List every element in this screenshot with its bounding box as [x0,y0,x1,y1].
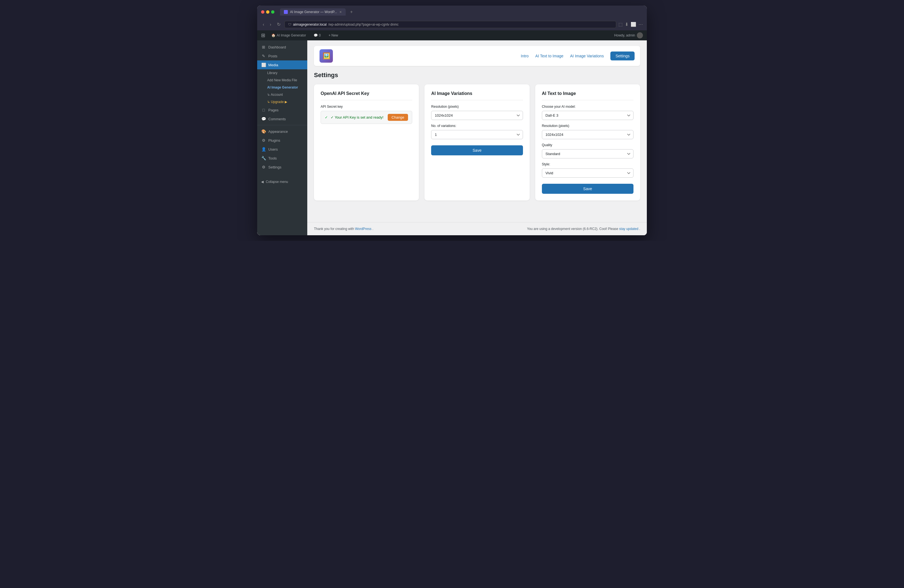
variations-resolution-select[interactable]: 256x256 512x512 1024x1024 [431,111,523,120]
tti-save-button[interactable]: Save [542,184,634,194]
nav-text-to-image-link[interactable]: AI Text to Image [535,54,563,58]
account-label: ↳ Account [267,93,283,96]
sidebar-item-tools[interactable]: 🔧 Tools [257,154,307,163]
footer-right-suffix: . [639,227,640,231]
api-key-status: ✓ ✓ Your API Key is set and ready! Chang… [321,111,412,124]
admin-bar-comments[interactable]: 💬 0 [312,30,322,40]
variations-resolution-group: Resolution (pixels) 256x256 512x512 1024… [431,105,523,120]
reload-button[interactable]: ↻ [275,21,282,28]
sidebar-item-posts[interactable]: ✎ Posts [257,52,307,60]
variations-count-group: No. of variations: 1 2 3 4 [431,124,523,139]
maximize-dot[interactable] [271,10,274,14]
nav-image-variations-link[interactable]: AI Image Variations [570,54,604,58]
sidebar-label-posts: Posts [268,54,278,58]
sidebar-label-appearance: Appearance [268,130,288,134]
sidebar-label-plugins: Plugins [268,138,280,142]
browser-window: AI Image Generator — WordP... ✕ + ‹ › ↻ … [257,6,647,235]
sidebar-item-settings[interactable]: ⚙ Settings [257,163,307,172]
extensions-icon[interactable]: ⬚ [618,22,623,27]
sidebar-item-plugins[interactable]: ⚙ Plugins [257,136,307,145]
openai-api-card: OpenAI API Secret Key API Secret key ✓ ✓… [314,84,419,201]
sidebar-item-dashboard[interactable]: ⊞ Dashboard [257,43,307,52]
style-select[interactable]: Vivid Natural [542,168,634,178]
url-path: /wp-admin/upload.php?page=ai-wp-cgntv dn… [328,22,398,27]
quality-select[interactable]: Standard HD [542,149,634,158]
text-to-image-card-title: AI Text to Image [542,91,634,100]
tab-title: AI Image Generator — WordP... [290,10,337,14]
footer-wordpress-link[interactable]: WordPress [355,227,371,231]
settings-icon: ⚙ [261,165,266,169]
wp-logo-icon[interactable]: ⊞ [261,32,265,38]
model-select[interactable]: Dall-E 2 Dall-E 3 [542,111,634,120]
sidebar-item-add-new[interactable]: Add New Media File [257,77,307,84]
footer-right: You are using a development version (6.6… [527,227,640,231]
sidebar-item-users[interactable]: 👤 Users [257,145,307,154]
nav-settings-button[interactable]: Settings [610,52,635,60]
variations-resolution-label: Resolution (pixels) [431,105,523,109]
footer-left: Thank you for creating with WordPress . [314,227,373,231]
page-title: Settings [314,71,640,79]
admin-bar-new[interactable]: + New [327,30,340,40]
nav-intro-link[interactable]: Intro [521,54,529,58]
api-key-check-icon: ✓ [325,115,328,119]
plugin-header: 🖼️ Intro AI Text to Image AI Image Varia… [314,46,640,66]
sidebar-item-account[interactable]: ↳ Account [257,91,307,98]
sidebar-item-pages[interactable]: □ Pages [257,106,307,114]
style-label: Style: [542,162,634,166]
admin-bar-user[interactable]: Howdy, admin [614,32,643,38]
close-dot[interactable] [261,10,264,14]
sidebar-label-comments: Comments [268,117,286,121]
minimize-dot[interactable] [266,10,269,14]
content-wrapper: 🖼️ Intro AI Text to Image AI Image Varia… [307,40,647,235]
download-icon[interactable]: ⬇ [625,22,629,27]
footer-stay-updated-link[interactable]: stay updated [619,227,638,231]
new-label: + New [329,33,338,37]
tti-resolution-select[interactable]: 256x256 512x512 1024x1024 [542,130,634,139]
sidebar-label-settings: Settings [268,165,281,169]
library-label: Library [267,71,278,75]
change-api-key-button[interactable]: Change [388,114,408,121]
tab-close-button[interactable]: ✕ [339,10,342,14]
api-key-label: API Secret key [321,105,412,109]
admin-bar-home[interactable]: 🏠 AI Image Generator [270,30,308,40]
sidebar-label-dashboard: Dashboard [268,45,286,49]
sidebar-item-media[interactable]: ⬜ Media [257,60,307,70]
browser-tab[interactable]: AI Image Generator — WordP... ✕ [280,8,346,16]
variations-count-select[interactable]: 1 2 3 4 [431,130,523,139]
footer-left-text: Thank you for creating with [314,227,355,231]
new-tab-button[interactable]: + [350,9,352,14]
media-submenu: Library Add New Media File AI Image Gene… [257,70,307,106]
sidebar-item-upgrade[interactable]: ↳ Upgrade ▶ [257,98,307,106]
openai-card-title: OpenAI API Secret Key [321,91,412,100]
sidebar-item-library[interactable]: Library [257,70,307,77]
quality-group: Quality Standard HD [542,143,634,158]
tti-resolution-group: Resolution (pixels) 256x256 512x512 1024… [542,124,634,139]
plugin-logo: 🖼️ [319,49,333,63]
sidebar-item-comments[interactable]: 💬 Comments [257,114,307,123]
media-icon: ⬜ [261,63,266,67]
browser-toolbar-icons: ⬚ ⬇ ⬜ ⋯ [618,22,643,27]
model-group: Choose your AI model: Dall-E 2 Dall-E 3 [542,105,634,120]
sidebar-item-appearance[interactable]: 🎨 Appearance [257,127,307,136]
sidebar-label-media: Media [268,63,278,67]
address-bar[interactable]: 🛡 aiimagegenerator.local /wp-admin/uploa… [284,21,616,28]
variations-count-label: No. of variations: [431,124,523,128]
wp-main: ⊞ Dashboard ✎ Posts ⬜ Media Library Add … [257,40,647,235]
posts-icon: ✎ [261,54,266,58]
settings-cards-grid: OpenAI API Secret Key API Secret key ✓ ✓… [314,84,640,201]
dashboard-icon: ⊞ [261,45,266,49]
wp-footer: Thank you for creating with WordPress . … [307,222,647,235]
variations-save-button[interactable]: Save [431,145,523,155]
sidebar-item-ai-generator[interactable]: AI Image Generator [257,84,307,91]
split-view-icon[interactable]: ⬜ [631,22,636,27]
footer-left-suffix: . [372,227,373,231]
comments-label: 💬 0 [314,33,321,37]
collapse-menu-button[interactable]: ◀ Collapse menu [257,177,307,187]
variations-card: AI Image Variations Resolution (pixels) … [424,84,529,201]
api-key-status-text: ✓ Your API Key is set and ready! [331,115,385,119]
back-button[interactable]: ‹ [261,21,266,28]
collapse-icon: ◀ [261,180,264,184]
tti-resolution-label: Resolution (pixels) [542,124,634,128]
forward-button[interactable]: › [268,21,273,28]
more-icon[interactable]: ⋯ [638,22,643,27]
